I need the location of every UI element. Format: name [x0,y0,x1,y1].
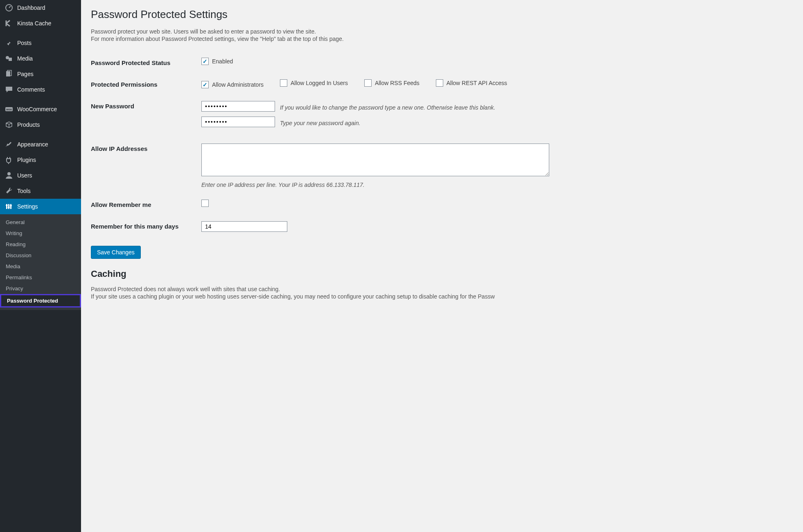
sidebar-sub-discussion[interactable]: Discussion [0,250,81,261]
perm-admin-label: Allow Administrators [212,81,264,88]
sidebar-item-label: Media [17,55,33,62]
svg-rect-11 [6,205,8,206]
sidebar-item-posts[interactable]: Posts [0,35,81,51]
sidebar-item-label: Settings [17,203,38,210]
comments-icon [5,85,13,94]
status-label: Password Protected Status [91,52,197,74]
new-password-input[interactable] [201,101,275,112]
sidebar-sub-general[interactable]: General [0,217,81,228]
admin-sidebar: Dashboard Kinsta Cache Posts Media Pages… [0,0,81,532]
ip-hint: Enter one IP address per line. Your IP i… [201,182,789,188]
perm-rest-label: Allow REST API Access [447,80,507,86]
svg-rect-13 [10,205,12,206]
status-row-highlight: Password Protected Status Enabled [91,52,793,74]
save-changes-button[interactable]: Save Changes [91,246,141,259]
sidebar-item-tools[interactable]: Tools [0,183,81,199]
woo-icon: woo [5,105,13,113]
sidebar-item-media[interactable]: Media [0,51,81,66]
enabled-label: Enabled [212,58,233,65]
sidebar-item-products[interactable]: Products [0,117,81,132]
caching-heading: Caching [91,269,793,279]
perm-rest-checkbox[interactable] [436,79,443,87]
sidebar-item-settings[interactable]: Settings [0,199,81,214]
sidebar-item-label: Pages [17,71,34,77]
svg-text:woo: woo [6,108,12,111]
perm-rss-checkbox[interactable] [364,79,372,87]
settings-icon [5,202,13,211]
svg-point-7 [7,172,11,175]
pages-icon [5,70,13,78]
pin-icon [5,39,13,47]
page-title: Password Protected Settings [91,8,793,21]
perm-admin-checkbox[interactable] [201,81,209,88]
password-row-highlight: New Password If you would like to change… [91,95,793,138]
sidebar-sub-password-protected[interactable]: Password Protected [0,294,81,308]
appearance-icon [5,140,13,148]
svg-rect-12 [8,207,10,208]
sidebar-item-appearance[interactable]: Appearance [0,137,81,152]
sidebar-sub-media[interactable]: Media [0,261,81,272]
confirm-password-input[interactable] [201,117,275,127]
sidebar-item-comments[interactable]: Comments [0,82,81,97]
svg-point-1 [6,56,9,59]
remember-days-input[interactable] [201,221,287,232]
pwd2-hint: Type your new password again. [280,120,361,126]
sidebar-item-label: Posts [17,40,32,46]
permissions-label: Protected Permissions [91,74,197,95]
sidebar-item-label: Products [17,121,40,128]
pwd1-hint: If you would like to change the password… [280,104,495,111]
caching-line-2: If your site uses a caching plugin or yo… [91,293,793,300]
sidebar-sub-permalinks[interactable]: Permalinks [0,272,81,283]
sidebar-sub-reading[interactable]: Reading [0,239,81,250]
page-description-2: For more information about Password Prot… [91,36,793,42]
sidebar-sub-writing[interactable]: Writing [0,228,81,239]
caching-line-1: Password Protected does not always work … [91,286,793,292]
sidebar-item-label: Tools [17,188,31,194]
svg-rect-9 [8,204,9,209]
perm-rss-label: Allow RSS Feeds [375,80,420,86]
svg-rect-10 [10,204,11,209]
ip-addresses-textarea[interactable] [201,144,549,176]
sidebar-item-dashboard[interactable]: Dashboard [0,0,81,16]
sidebar-sub-privacy[interactable]: Privacy [0,283,81,294]
page-description-1: Password protect your web site. Users wi… [91,28,793,35]
sidebar-item-label: Appearance [17,141,48,148]
sidebar-item-pages[interactable]: Pages [0,66,81,82]
main-content: Password Protected Settings Password pro… [81,0,803,532]
perm-logged-label: Allow Logged In Users [291,80,348,86]
users-icon [5,171,13,180]
sidebar-item-kinsta[interactable]: Kinsta Cache [0,16,81,31]
products-icon [5,121,13,129]
tools-icon [5,187,13,195]
remember-label: Allow Remember me [91,194,197,215]
dashboard-icon [5,4,13,12]
svg-rect-8 [6,204,7,209]
perm-logged-checkbox[interactable] [280,79,287,87]
plugins-icon [5,156,13,164]
sidebar-item-label: Kinsta Cache [17,20,51,27]
sidebar-item-users[interactable]: Users [0,168,81,183]
remember-checkbox[interactable] [201,200,209,207]
sidebar-submenu: General Writing Reading Discussion Media… [0,214,81,310]
kinsta-icon [5,19,13,27]
sidebar-item-woocommerce[interactable]: wooWooCommerce [0,101,81,117]
sidebar-item-label: Comments [17,86,45,93]
sidebar-item-label: Dashboard [17,4,45,11]
sidebar-item-label: Users [17,172,32,179]
sidebar-item-label: Plugins [17,157,36,163]
new-password-label: New Password [91,95,197,138]
enabled-checkbox[interactable] [201,58,209,65]
svg-rect-2 [9,58,12,61]
ip-label: Allow IP Addresses [91,138,197,194]
sidebar-item-plugins[interactable]: Plugins [0,152,81,168]
sidebar-item-label: WooCommerce [17,106,57,112]
media-icon [5,54,13,63]
remember-days-label: Remember for this many days [91,215,197,238]
